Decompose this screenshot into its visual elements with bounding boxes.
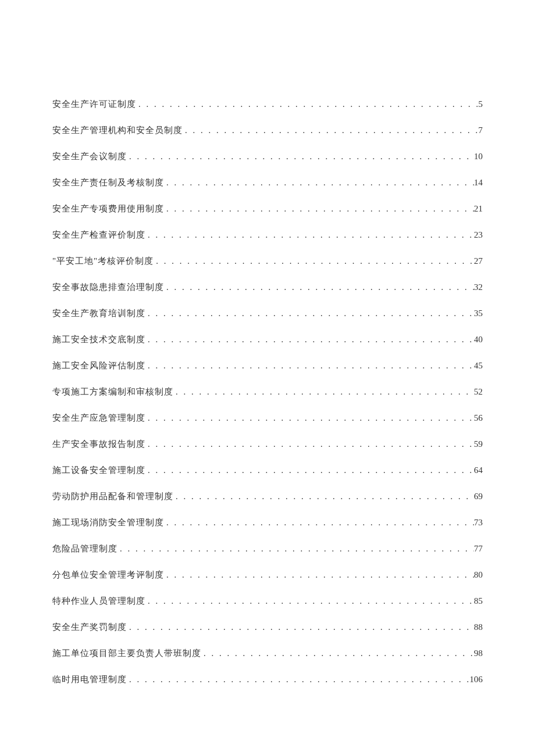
toc-entry-title: 劳动防护用品配备和管理制度 <box>52 491 173 502</box>
toc-entry: 施工设备安全管理制度 . . . . . . . . . . . . . . .… <box>52 465 483 476</box>
toc-entry: 危险品管理制度 . . . . . . . . . . . . . . . . … <box>52 543 483 554</box>
toc-entry-leader: . . . . . . . . . . . . . . . . . . . . … <box>164 282 474 292</box>
toc-entry-page: 56 <box>474 413 483 423</box>
toc-entry: 安全生产应急管理制度 . . . . . . . . . . . . . . .… <box>52 413 483 424</box>
toc-entry-leader: . . . . . . . . . . . . . . . . . . . . … <box>164 178 474 188</box>
toc-entry-page: 77 <box>474 544 483 554</box>
toc-entry-page: 69 <box>474 492 483 501</box>
toc-entry-page: 45 <box>474 361 483 371</box>
toc-entry-leader: . . . . . . . . . . . . . . . . . . . . … <box>145 439 474 449</box>
toc-entry-title: 安全生产奖罚制度 <box>52 622 127 633</box>
toc-entry-page: 40 <box>474 335 483 345</box>
toc-entry: 临时用电管理制度 . . . . . . . . . . . . . . . .… <box>52 674 483 685</box>
toc-entry-page: 85 <box>474 596 483 606</box>
toc-entry: 安全事故隐患排查治理制度 . . . . . . . . . . . . . .… <box>52 282 483 293</box>
toc-entry-leader: . . . . . . . . . . . . . . . . . . . . … <box>117 544 474 554</box>
toc-entry: 安全生产管理机构和安全员制度 . . . . . . . . . . . . .… <box>52 125 483 136</box>
toc-entry-page: 7 <box>479 126 483 135</box>
toc-entry-title: 安全生产检查评价制度 <box>52 230 145 241</box>
toc-entry: 安全生产专项费用使用制度 . . . . . . . . . . . . . .… <box>52 203 483 214</box>
toc-entry-page: 27 <box>474 256 483 266</box>
toc-entry: 安全生产会议制度 . . . . . . . . . . . . . . . .… <box>52 151 483 162</box>
toc-entry-leader: . . . . . . . . . . . . . . . . . . . . … <box>164 570 474 580</box>
toc-entry-leader: . . . . . . . . . . . . . . . . . . . . … <box>127 622 474 632</box>
toc-entry-leader: . . . . . . . . . . . . . . . . . . . . … <box>145 230 474 240</box>
toc-entry: 分包单位安全管理考评制度 . . . . . . . . . . . . . .… <box>52 569 483 581</box>
toc-entry-leader: . . . . . . . . . . . . . . . . . . . . … <box>183 126 479 135</box>
toc-entry-leader: . . . . . . . . . . . . . . . . . . . . … <box>173 387 474 397</box>
toc-entry: 特种作业人员管理制度 . . . . . . . . . . . . . . .… <box>52 596 483 607</box>
toc-entry-leader: . . . . . . . . . . . . . . . . . . . . … <box>173 492 474 501</box>
toc-entry-leader: . . . . . . . . . . . . . . . . . . . . … <box>164 518 474 528</box>
toc-entry-leader: . . . . . . . . . . . . . . . . . . . . … <box>201 648 474 658</box>
toc-entry: 安全生产许可证制度 . . . . . . . . . . . . . . . … <box>52 99 483 110</box>
toc-entry-page: 88 <box>474 622 483 632</box>
toc-entry: 施工安全技术交底制度 . . . . . . . . . . . . . . .… <box>52 334 483 345</box>
toc-entry-leader: . . . . . . . . . . . . . . . . . . . . … <box>127 152 474 162</box>
toc-entry-leader: . . . . . . . . . . . . . . . . . . . . … <box>145 335 474 345</box>
toc-entry-leader: . . . . . . . . . . . . . . . . . . . . … <box>164 204 474 214</box>
toc-entry-page: 73 <box>474 518 483 528</box>
toc-entry-title: 施工单位项目部主要负责人带班制度 <box>52 648 201 659</box>
toc-entry: 施工现场消防安全管理制度 . . . . . . . . . . . . . .… <box>52 517 483 528</box>
toc-entry-page: 21 <box>474 204 483 214</box>
toc-entry-page: 5 <box>479 99 483 109</box>
toc-entry-page: 10 <box>474 152 483 162</box>
toc-entry: 安全生产检查评价制度 . . . . . . . . . . . . . . .… <box>52 230 483 241</box>
toc-entry-page: 32 <box>474 282 483 292</box>
toc-entry-title: 安全生产责任制及考核制度 <box>52 177 164 188</box>
toc-entry-leader: . . . . . . . . . . . . . . . . . . . . … <box>154 256 474 266</box>
toc-entry-leader: . . . . . . . . . . . . . . . . . . . . … <box>145 361 474 371</box>
toc-entry-page: 52 <box>474 387 483 397</box>
toc-entry-leader: . . . . . . . . . . . . . . . . . . . . … <box>136 99 479 109</box>
toc-entry-leader: . . . . . . . . . . . . . . . . . . . . … <box>145 596 474 606</box>
toc-entry-title: 特种作业人员管理制度 <box>52 596 145 607</box>
toc-entry-page: 59 <box>474 439 483 449</box>
toc-entry-title: 安全生产教育培训制度 <box>52 308 145 319</box>
toc-entry-title: "平安工地"考核评价制度 <box>52 256 154 267</box>
toc-entry-leader: . . . . . . . . . . . . . . . . . . . . … <box>145 413 474 423</box>
toc-entry-page: 80 <box>474 570 483 580</box>
toc-entry-leader: . . . . . . . . . . . . . . . . . . . . … <box>145 309 474 318</box>
toc-entry: 生产安全事故报告制度 . . . . . . . . . . . . . . .… <box>52 439 483 450</box>
toc-entry-title: 施工设备安全管理制度 <box>52 465 145 476</box>
toc-entry-page: 23 <box>474 230 483 240</box>
toc-entry-title: 施工安全风险评估制度 <box>52 360 145 371</box>
toc-entry-title: 分包单位安全管理考评制度 <box>52 569 164 581</box>
toc-entry: 专项施工方案编制和审核制度 . . . . . . . . . . . . . … <box>52 386 483 397</box>
toc-entry: 安全生产奖罚制度 . . . . . . . . . . . . . . . .… <box>52 622 483 633</box>
toc-entry: "平安工地"考核评价制度 . . . . . . . . . . . . . .… <box>52 256 483 267</box>
toc-entry-leader: . . . . . . . . . . . . . . . . . . . . … <box>127 675 470 685</box>
toc-entry-title: 临时用电管理制度 <box>52 674 127 685</box>
toc-entry-title: 安全生产许可证制度 <box>52 99 136 110</box>
toc-entry-title: 生产安全事故报告制度 <box>52 439 145 450</box>
toc-entry: 施工单位项目部主要负责人带班制度 . . . . . . . . . . . .… <box>52 648 483 659</box>
toc-entry-title: 危险品管理制度 <box>52 543 117 554</box>
toc-entry: 安全生产责任制及考核制度 . . . . . . . . . . . . . .… <box>52 177 483 188</box>
toc-entry-title: 安全生产会议制度 <box>52 151 127 162</box>
toc-entry-title: 施工现场消防安全管理制度 <box>52 517 164 528</box>
toc-entry-page: 106 <box>470 675 483 685</box>
table-of-contents: 安全生产许可证制度 . . . . . . . . . . . . . . . … <box>52 99 483 685</box>
toc-entry-title: 安全生产管理机构和安全员制度 <box>52 125 183 136</box>
toc-entry: 劳动防护用品配备和管理制度 . . . . . . . . . . . . . … <box>52 491 483 502</box>
toc-entry-title: 安全事故隐患排查治理制度 <box>52 282 164 293</box>
toc-entry-title: 专项施工方案编制和审核制度 <box>52 386 173 397</box>
toc-entry-page: 14 <box>474 178 483 188</box>
toc-entry-page: 98 <box>474 648 483 658</box>
toc-entry: 施工安全风险评估制度 . . . . . . . . . . . . . . .… <box>52 360 483 371</box>
toc-entry-title: 安全生产专项费用使用制度 <box>52 203 164 214</box>
toc-entry-leader: . . . . . . . . . . . . . . . . . . . . … <box>145 465 474 475</box>
toc-entry: 安全生产教育培训制度 . . . . . . . . . . . . . . .… <box>52 308 483 319</box>
toc-entry-title: 安全生产应急管理制度 <box>52 413 145 424</box>
toc-entry-title: 施工安全技术交底制度 <box>52 334 145 345</box>
toc-entry-page: 64 <box>474 465 483 475</box>
toc-entry-page: 35 <box>474 309 483 318</box>
